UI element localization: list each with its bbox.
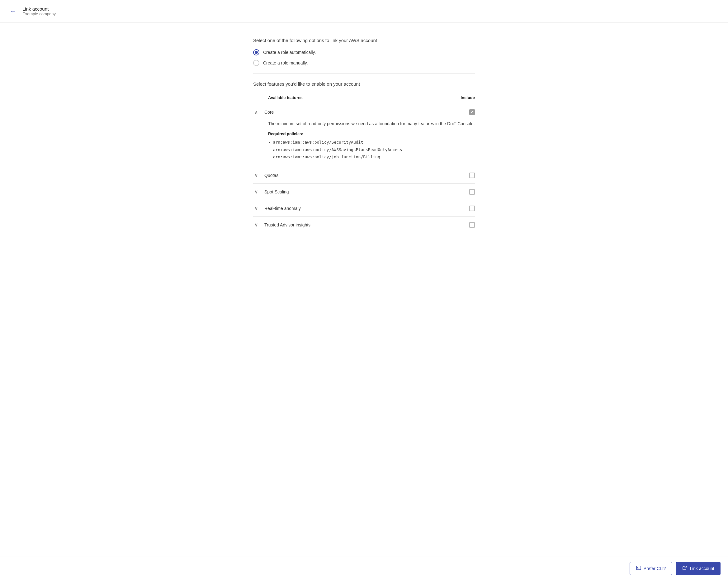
main-content: Select one of the following options to l… (246, 23, 482, 264)
feature-name-trusted-advisor: Trusted Advisor insights (264, 222, 310, 227)
checkbox-quotas[interactable] (469, 173, 475, 178)
chevron-up-icon-core: ∧ (253, 109, 259, 115)
feature-row-core: ∧ Core The minimum set of read-only perm… (253, 104, 475, 167)
features-section-title: Select features you'd like to enable on … (253, 81, 475, 86)
radio-label-manual: Create a role manually. (263, 60, 308, 66)
feature-row-left-trusted-advisor: ∨ Trusted Advisor insights (253, 222, 310, 228)
feature-row-realtime-anomaly: ∨ Real-time anomaly (253, 200, 475, 217)
role-section-title: Select one of the following options to l… (253, 38, 475, 43)
feature-row-left-spot-scaling: ∨ Spot Scaling (253, 189, 289, 195)
feature-expanded-core: The minimum set of read-only permissions… (253, 120, 475, 167)
feature-description-core: The minimum set of read-only permissions… (268, 120, 475, 127)
policy-item-2: - arn:aws:iam::aws:policy/job-function/B… (268, 153, 475, 160)
policy-item-1: - arn:aws:iam::aws:policy/AWSSavingsPlan… (268, 146, 475, 153)
feature-row-left-core: ∧ Core (253, 109, 274, 115)
checkbox-realtime-anomaly[interactable] (469, 206, 475, 211)
feature-row-left-realtime-anomaly: ∨ Real-time anomaly (253, 205, 301, 211)
checkbox-trusted-advisor[interactable] (469, 222, 475, 228)
feature-row-trusted-advisor: ∨ Trusted Advisor insights (253, 217, 475, 233)
radio-input-manual[interactable] (253, 60, 259, 66)
policies-list-core: - arn:aws:iam::aws:policy/SecurityAudit … (268, 138, 475, 160)
checkbox-spot-scaling[interactable] (469, 189, 475, 195)
chevron-down-icon-trusted-advisor: ∨ (253, 222, 259, 228)
feature-row-quotas: ∨ Quotas (253, 167, 475, 184)
header-title: Link account (22, 6, 56, 11)
page-header: ← Link account Example company (0, 0, 728, 23)
col-feature-label: Available features (253, 95, 303, 100)
radio-input-auto[interactable] (253, 49, 259, 55)
required-policies-title-core: Required policies: (268, 131, 475, 136)
back-icon: ← (10, 8, 16, 15)
back-button[interactable]: ← (7, 6, 19, 17)
col-include-label: Include (461, 95, 475, 100)
chevron-down-icon-quotas: ∨ (253, 172, 259, 178)
radio-label-auto: Create a role automatically. (263, 50, 316, 55)
chevron-down-icon-realtime-anomaly: ∨ (253, 205, 259, 211)
feature-row-header-core[interactable]: ∧ Core (253, 104, 475, 120)
feature-row-header-quotas[interactable]: ∨ Quotas (253, 167, 475, 183)
feature-row-header-spot-scaling[interactable]: ∨ Spot Scaling (253, 184, 475, 200)
feature-row-header-trusted-advisor[interactable]: ∨ Trusted Advisor insights (253, 217, 475, 233)
checkbox-core[interactable] (469, 109, 475, 115)
feature-row-left-quotas: ∨ Quotas (253, 172, 278, 178)
divider-1 (253, 74, 475, 74)
feature-row-header-realtime-anomaly[interactable]: ∨ Real-time anomaly (253, 200, 475, 217)
radio-option-manual[interactable]: Create a role manually. (253, 60, 475, 66)
header-subtitle: Example company (22, 11, 56, 16)
feature-name-core: Core (264, 110, 274, 115)
feature-name-spot-scaling: Spot Scaling (264, 190, 289, 194)
policy-item-0: - arn:aws:iam::aws:policy/SecurityAudit (268, 138, 475, 146)
feature-name-realtime-anomaly: Real-time anomaly (264, 206, 301, 211)
feature-row-spot-scaling: ∨ Spot Scaling (253, 184, 475, 200)
features-table-header: Available features Include (253, 93, 475, 104)
radio-option-auto[interactable]: Create a role automatically. (253, 49, 475, 55)
chevron-down-icon-spot-scaling: ∨ (253, 189, 259, 195)
header-text: Link account Example company (22, 6, 56, 16)
feature-name-quotas: Quotas (264, 173, 278, 178)
role-options-group: Create a role automatically. Create a ro… (253, 49, 475, 66)
